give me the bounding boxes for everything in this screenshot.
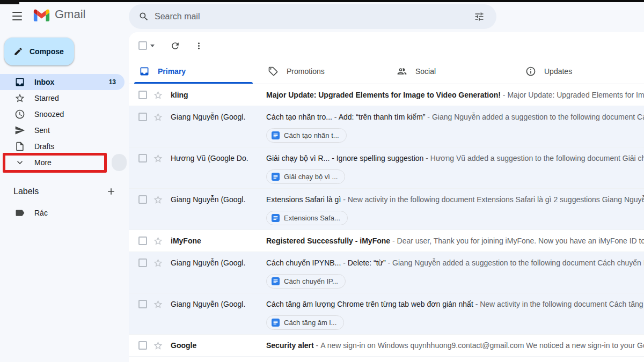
inbox-count-badge: 13 — [109, 78, 116, 86]
sidebar-item-snoozed[interactable]: Snoozed — [0, 106, 125, 122]
star-icon[interactable] — [150, 106, 166, 128]
email-snippet: Major Update: Upgraded Elements for Imag… — [507, 91, 644, 99]
search-icon[interactable] — [133, 6, 155, 27]
star-icon[interactable] — [150, 147, 166, 169]
star-icon[interactable] — [150, 189, 166, 210]
label-name: Rác — [34, 209, 48, 217]
tab-promotions[interactable]: Promotions — [258, 59, 386, 84]
email-sender: Giang Nguyễn (Googl. — [166, 106, 266, 128]
email-sender: Giang Nguyễn (Googl. — [166, 189, 266, 210]
row-checkbox[interactable] — [129, 252, 150, 274]
chevron-down-icon — [14, 157, 25, 168]
row-checkbox[interactable] — [129, 335, 150, 356]
doc-chip[interactable]: Cách tăng âm l... — [266, 315, 344, 330]
search-filter-icon[interactable] — [469, 6, 490, 27]
more-options-icon[interactable] — [191, 38, 206, 53]
tab-social[interactable]: Social — [386, 59, 515, 84]
star-icon[interactable] — [150, 230, 166, 252]
screenshot-corner-artifact — [0, 0, 19, 4]
select-dropdown-icon[interactable] — [150, 45, 155, 47]
select-all-checkbox[interactable] — [138, 41, 147, 50]
sidebar: Compose Inbox 13 Starred Snoozed Sent Dr… — [0, 32, 129, 362]
doc-chip[interactable]: Cách tạo nhãn t... — [266, 128, 347, 143]
mail-panel: Primary Promotions Social Updates kling … — [129, 32, 644, 362]
email-row[interactable]: Giang Nguyễn (Googl. Cách chuyển IPYNB..… — [129, 252, 644, 293]
labels-header: Labels — [13, 187, 39, 196]
main-menu-icon[interactable] — [11, 10, 24, 22]
tab-updates[interactable]: Updates — [515, 59, 644, 84]
email-snippet: Giang Nguyễn added a suggestion to the f… — [392, 258, 644, 267]
email-snippet: Hương Vũ added a suggestion to the follo… — [430, 154, 644, 162]
search-input[interactable] — [155, 12, 469, 21]
refresh-icon[interactable] — [167, 38, 182, 53]
screenshot-top-border — [0, 0, 644, 2]
search-bar[interactable] — [129, 4, 496, 29]
google-docs-icon — [272, 277, 280, 285]
email-sender: Google — [166, 357, 266, 362]
email-sender: Google — [166, 335, 266, 356]
email-row[interactable]: Google ✓Hương, finish setting up your iP… — [129, 357, 644, 362]
sidebar-label-rac[interactable]: Rác — [0, 205, 125, 221]
sidebar-scrollbar-thumb[interactable] — [112, 154, 127, 171]
star-icon[interactable] — [150, 335, 166, 356]
star-icon[interactable] — [150, 293, 166, 315]
header-bar: Gmail — [0, 0, 644, 32]
email-snippet: A new sign-in on Windows quynhhuong9.con… — [320, 341, 644, 350]
sidebar-item-inbox[interactable]: Inbox 13 — [0, 74, 125, 90]
email-row[interactable]: kling Major Update: Upgraded Elements fo… — [129, 84, 644, 106]
row-checkbox[interactable] — [129, 293, 150, 315]
sidebar-nav: Inbox 13 Starred Snoozed Sent Drafts Mor… — [0, 74, 129, 171]
row-checkbox[interactable] — [129, 106, 150, 128]
doc-chip[interactable]: Cách chuyển IP... — [266, 274, 346, 289]
star-icon[interactable] — [150, 84, 166, 106]
compose-button[interactable]: Compose — [4, 38, 74, 65]
star-icon[interactable] — [150, 252, 166, 274]
sidebar-item-sent[interactable]: Sent — [0, 122, 125, 138]
email-row[interactable]: Giang Nguyễn (Googl. Cách tăng âm lượng … — [129, 293, 644, 335]
doc-chip-label: Cách chuyển IP... — [284, 277, 338, 285]
row-checkbox[interactable] — [129, 189, 150, 210]
doc-chip[interactable]: Giải chạy bộ vì ... — [266, 169, 345, 184]
sidebar-item-drafts[interactable]: Drafts — [0, 138, 125, 154]
sidebar-item-starred[interactable]: Starred — [0, 90, 125, 106]
email-row[interactable]: Google Security alert - A new sign-in on… — [129, 335, 644, 357]
list-toolbar — [129, 32, 644, 59]
sidebar-item-more[interactable]: More — [0, 154, 125, 171]
send-icon — [14, 125, 25, 136]
tab-label: Updates — [544, 67, 572, 76]
row-checkbox[interactable] — [129, 84, 150, 106]
compose-label: Compose — [30, 47, 64, 56]
email-subject: Security alert — [266, 341, 314, 350]
add-label-button[interactable] — [105, 185, 118, 198]
email-subject: Registered Successfully - iMyFone — [266, 237, 390, 245]
google-docs-icon — [272, 131, 280, 139]
sidebar-item-label: Drafts — [34, 142, 54, 151]
google-docs-icon — [272, 214, 280, 222]
people-icon — [397, 66, 407, 77]
email-subject: Cách chuyển IPYNB... - Delete: “từ” — [266, 258, 386, 267]
email-row[interactable]: iMyFone Registered Successfully - iMyFon… — [129, 230, 644, 252]
sidebar-item-label: More — [34, 158, 52, 167]
email-sender: iMyFone — [166, 230, 266, 252]
email-row[interactable]: Giang Nguyễn (Googl. Cách tạo nhãn tro..… — [129, 106, 644, 147]
email-snippet: New activity in the following document E… — [348, 195, 644, 204]
tab-label: Social — [415, 67, 436, 76]
tab-label: Primary — [158, 67, 186, 76]
sidebar-item-label: Starred — [34, 94, 59, 102]
google-docs-icon — [272, 319, 280, 327]
pencil-icon — [13, 47, 23, 56]
tab-primary[interactable]: Primary — [129, 59, 258, 84]
doc-chip[interactable]: Extensions Safa... — [266, 211, 348, 225]
row-checkbox[interactable] — [129, 147, 150, 169]
email-row[interactable]: Hương Vũ (Google Do. Giải chạy bộ vì R..… — [129, 147, 644, 189]
star-icon[interactable] — [150, 357, 166, 362]
tag-icon — [268, 66, 279, 77]
email-row[interactable]: Giang Nguyễn (Googl. Extensions Safari l… — [129, 189, 644, 230]
email-subject: Cách tạo nhãn tro... - Add: “trên thanh … — [266, 113, 425, 121]
inbox-icon — [14, 77, 25, 87]
row-checkbox[interactable] — [129, 230, 150, 252]
row-checkbox[interactable] — [129, 357, 150, 362]
sidebar-item-label: Inbox — [34, 78, 54, 86]
draft-icon — [14, 141, 25, 152]
email-sender: kling — [166, 84, 266, 106]
